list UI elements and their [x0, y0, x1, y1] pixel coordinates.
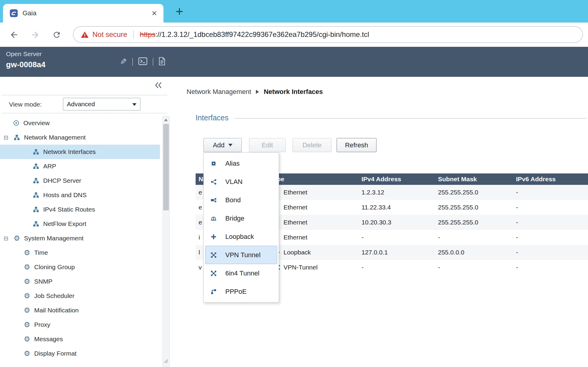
edit-button[interactable]: Edit: [249, 138, 286, 152]
add-button[interactable]: Add: [203, 138, 242, 152]
server-type-label: Open Server: [6, 50, 42, 58]
document-icon[interactable]: [159, 57, 165, 67]
sidebar-item-overview[interactable]: Overview: [0, 116, 160, 130]
forward-icon[interactable]: [30, 30, 40, 40]
cell-ipv6: -: [513, 234, 588, 241]
cell-type: Ethernet: [267, 219, 358, 226]
sidebar-item-arp[interactable]: ARP: [0, 159, 160, 173]
breadcrumb-parent[interactable]: Network Management: [187, 88, 251, 96]
url-text[interactable]: https://1.2.3.12/_1dbceb83ff97422c99367e…: [140, 30, 369, 39]
column-header-ipv6[interactable]: IPv6 Address: [513, 176, 588, 183]
gear-icon: ⚙: [13, 235, 20, 242]
menu-item-alias[interactable]: Alias: [204, 154, 279, 173]
cell-type: Ethernet: [267, 234, 358, 241]
navigation-sidebar: View mode: Advanced Overview ⊟ Network M…: [0, 77, 171, 367]
cell-type-label: Ethernet: [284, 219, 307, 226]
sidebar-item-label: Proxy: [34, 321, 50, 328]
interfaces-section-header: Interfaces: [196, 113, 587, 122]
cell-ipv6: -: [513, 204, 588, 211]
sidebar-item-label: NetFlow Export: [43, 220, 86, 227]
sidebar-item-messages[interactable]: ⚙ Messages: [0, 332, 160, 346]
browser-tab-strip: Gaia × +: [0, 0, 588, 23]
sidebar-item-cloning-group[interactable]: ⚙ Cloning Group: [0, 260, 160, 274]
sidebar-item-label: Time: [34, 249, 48, 256]
sidebar-item-network-interfaces[interactable]: Network Interfaces: [0, 145, 160, 159]
menu-item-vlan[interactable]: VLAN: [204, 173, 279, 191]
loopback-icon: [210, 234, 218, 240]
sidebar-item-label: Overview: [23, 119, 50, 127]
vlan-icon: [210, 179, 218, 185]
refresh-button[interactable]: Refresh: [337, 138, 376, 152]
menu-item-6in4-tunnel[interactable]: 6in4 Tunnel: [204, 264, 279, 282]
collapse-sidebar-icon[interactable]: [154, 82, 162, 89]
sidebar-item-job-scheduler[interactable]: ⚙ Job Scheduler: [0, 289, 160, 303]
reload-icon[interactable]: [52, 30, 62, 40]
browser-tab[interactable]: Gaia ×: [3, 4, 164, 23]
sidebar-item-network-management[interactable]: ⊟ Network Management: [0, 130, 160, 145]
collapse-box-icon[interactable]: ⊟: [4, 135, 11, 140]
chevron-down-icon: [228, 144, 232, 146]
gear-icon: ⚙: [23, 278, 31, 285]
scroll-up-icon[interactable]: [164, 119, 168, 121]
gear-icon: ⚙: [23, 292, 31, 299]
not-secure-label[interactable]: Not secure: [92, 30, 127, 39]
cell-type-label: Ethernet: [284, 234, 307, 241]
menu-item-vpn-tunnel[interactable]: VPN Tunnel: [205, 246, 277, 264]
new-tab-button[interactable]: +: [172, 4, 187, 19]
column-header-ipv4[interactable]: IPv4 Address: [358, 176, 435, 183]
toolbar-divider: [132, 58, 133, 66]
collapse-box-icon[interactable]: ⊟: [4, 236, 11, 241]
sidebar-item-netflow-export[interactable]: NetFlow Export: [0, 217, 160, 231]
menu-item-loopback[interactable]: Loopback: [204, 227, 279, 246]
hostname-label: gw-0008a4: [6, 60, 46, 69]
sidebar-item-label: System Management: [24, 235, 83, 242]
cell-ipv4: 1.2.3.12: [358, 189, 435, 196]
sidebar-item-system-management[interactable]: ⊟ ⚙ System Management: [0, 231, 160, 245]
gaia-favicon-icon: [10, 9, 18, 17]
sidebar-item-display-format[interactable]: ⚙ Display Format: [0, 346, 160, 361]
column-header-type[interactable]: Type: [267, 176, 358, 183]
menu-item-bond[interactable]: Bond: [204, 191, 279, 209]
sidebar-item-mail-notification[interactable]: ⚙ Mail Notification: [0, 303, 160, 317]
network-icon: [13, 134, 20, 140]
column-header-subnet[interactable]: Subnet Mask: [435, 176, 513, 183]
cell-subnet: 255.255.255.0: [435, 204, 513, 211]
cell-type: Loopback: [267, 249, 358, 256]
sidebar-item-hosts-and-dns[interactable]: Hosts and DNS: [0, 188, 160, 202]
sidebar-item-proxy[interactable]: ⚙ Proxy: [0, 317, 160, 332]
address-bar[interactable]: Not secure https://1.2.3.12/_1dbceb83ff9…: [73, 26, 583, 43]
add-button-label: Add: [213, 141, 224, 149]
view-mode-select[interactable]: Advanced: [63, 98, 140, 110]
sidebar-scrollbar[interactable]: [162, 116, 170, 367]
sidebar-item-snmp[interactable]: ⚙ SNMP: [0, 274, 160, 289]
cell-subnet: 255.255.255.0: [435, 219, 513, 226]
menu-item-label: Loopback: [225, 233, 254, 241]
back-icon[interactable]: [9, 30, 19, 40]
network-icon: [32, 221, 40, 227]
tab-close-icon[interactable]: ×: [152, 9, 157, 18]
sidebar-item-ipv4-static-routes[interactable]: IPv4 Static Routes: [0, 202, 160, 217]
sidebar-item-label: Mail Notification: [34, 307, 79, 314]
cell-subnet: 255.255.255.0: [435, 189, 513, 196]
menu-item-bridge[interactable]: Bridge: [204, 209, 279, 227]
overview-icon: [13, 120, 20, 126]
sidebar-item-time[interactable]: ⚙ Time: [0, 245, 160, 260]
breadcrumb-arrow-icon: [256, 90, 259, 94]
menu-item-pppoe[interactable]: PPPoE: [204, 282, 279, 301]
sidebar-item-label: Hosts and DNS: [43, 191, 87, 199]
sidebar-item-label: Cloning Group: [34, 263, 75, 271]
url-rest: ://1.2.3.12/_1dbceb83ff97422c99367e362ea…: [155, 30, 369, 38]
vpn-tunnel-icon: [210, 252, 218, 258]
edit-pencil-icon[interactable]: ✎: [120, 57, 127, 67]
cell-ipv4: 11.22.33.4: [358, 204, 435, 211]
alias-icon: [210, 161, 218, 167]
navigation-tree: Overview ⊟ Network Management Network In…: [0, 116, 160, 361]
delete-button[interactable]: Delete: [292, 138, 332, 152]
view-mode-label: View mode:: [9, 101, 42, 108]
sidebar-item-dhcp-server[interactable]: DHCP Server: [0, 173, 160, 188]
pane-resize-grip[interactable]: [164, 359, 168, 363]
tab-title: Gaia: [22, 9, 36, 17]
scrollbar-thumb[interactable]: [163, 124, 169, 210]
6in4-tunnel-icon: [210, 270, 218, 276]
terminal-icon[interactable]: [138, 57, 147, 66]
